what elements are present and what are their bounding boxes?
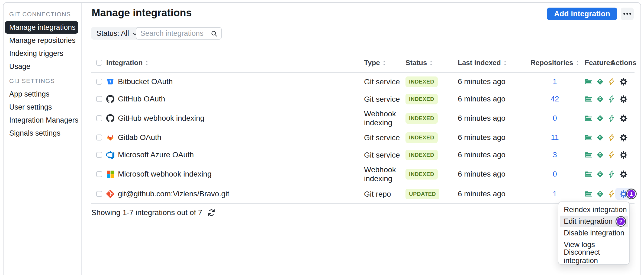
sidebar-item-usage[interactable]: Usage	[5, 60, 78, 73]
header-checkbox[interactable]	[96, 60, 102, 66]
column-header-label: Repositories	[530, 59, 573, 67]
row-actions-button[interactable]: 1	[615, 188, 632, 200]
annotation-badge: 2	[616, 217, 625, 226]
row-checkbox[interactable]	[96, 96, 102, 102]
repos-diamond-icon	[596, 78, 604, 86]
sidebar-item-indexing-triggers[interactable]: Indexing triggers	[5, 47, 78, 60]
column-header-label: Last indexed	[458, 59, 501, 67]
column-header-repositories[interactable]: Repositories	[536, 59, 574, 67]
row-actions-button[interactable]	[615, 149, 632, 161]
menu-item-disconnect-integration[interactable]: Disconnect integration	[560, 251, 628, 262]
row-checkbox[interactable]	[96, 152, 102, 158]
table-row: Gitlab OAuthGit serviceINDEXED6 minutes …	[91, 129, 635, 146]
table-row: git@github.com:Vizlens/Bravo.gitGit repo…	[91, 185, 635, 204]
column-header-actions[interactable]: Actions	[613, 59, 635, 67]
app-frame: GIT CONNECTIONSManage integrationsManage…	[3, 2, 641, 275]
row-actions-button[interactable]	[615, 112, 632, 124]
column-header-status[interactable]: Status	[405, 59, 458, 67]
table-header-row: IntegrationTypeStatusLast indexedReposit…	[91, 53, 635, 73]
column-header-features[interactable]: Features	[574, 59, 613, 67]
row-actions-button[interactable]	[615, 93, 632, 105]
bitbucket-icon	[106, 78, 114, 86]
repositories-link[interactable]: 1	[553, 77, 557, 86]
results-summary: Showing 1-7 integrations out of 7	[91, 208, 202, 217]
repos-diamond-icon	[596, 170, 604, 178]
row-checkbox[interactable]	[96, 135, 102, 140]
folder-icon	[585, 95, 593, 103]
features-cell	[574, 78, 613, 86]
more-actions-button[interactable]	[621, 8, 634, 20]
status-cell: INDEXED	[405, 113, 458, 124]
integration-cell: Bitbucket OAuth	[106, 77, 364, 86]
row-checkbox[interactable]	[96, 171, 102, 177]
status-badge: INDEXED	[405, 76, 438, 87]
actions-cell	[613, 149, 635, 161]
actions-cell	[613, 132, 635, 143]
repositories-link[interactable]: 3	[553, 151, 557, 159]
column-header-label: Status	[405, 59, 427, 67]
column-header-last-indexed[interactable]: Last indexed	[458, 59, 536, 67]
page-title: Manage integrations	[92, 7, 192, 19]
integration-cell: Microsoft webhook indexing	[106, 170, 364, 178]
row-checkbox[interactable]	[96, 115, 102, 121]
sidebar-item-user-settings[interactable]: User settings	[5, 101, 78, 113]
sidebar-item-integration-managers[interactable]: Integration Managers	[5, 114, 78, 126]
column-header-integration[interactable]: Integration	[106, 59, 364, 67]
repositories-link[interactable]: 11	[551, 133, 559, 142]
type-cell: Git service	[364, 95, 405, 104]
row-actions-button[interactable]	[615, 132, 632, 143]
features-cell	[574, 133, 613, 142]
microsoft-icon	[106, 170, 114, 178]
integration-cell: Gitlab OAuth	[106, 133, 364, 142]
status-cell: INDEXED	[405, 132, 458, 143]
last-indexed-cell: 6 minutes ago	[458, 77, 536, 86]
search-input[interactable]	[136, 29, 210, 38]
sort-icon	[429, 60, 433, 66]
menu-item-disable-integration[interactable]: Disable integration	[560, 227, 628, 239]
status-cell: INDEXED	[405, 76, 458, 87]
row-actions-button[interactable]	[615, 168, 632, 180]
type-cell: Webhook indexing	[364, 109, 405, 127]
add-integration-button[interactable]: Add integration	[547, 8, 617, 20]
menu-item-label: View logs	[564, 241, 595, 249]
ellipsis-icon	[623, 13, 631, 15]
sort-icon	[503, 60, 507, 66]
last-indexed-cell: 6 minutes ago	[458, 170, 536, 178]
folder-icon	[585, 190, 593, 198]
last-indexed-cell: 6 minutes ago	[458, 190, 536, 198]
sort-icon	[145, 60, 149, 66]
row-checkbox[interactable]	[96, 191, 102, 197]
menu-item-reindex-integration[interactable]: Reindex integration	[560, 204, 628, 216]
repositories-link[interactable]: 1	[553, 190, 557, 198]
sidebar-item-manage-repositories[interactable]: Manage repositories	[5, 34, 78, 47]
last-indexed-cell: 6 minutes ago	[458, 114, 536, 123]
table-row: GitHub OAuthGit serviceINDEXED6 minutes …	[91, 90, 635, 108]
folder-icon	[585, 151, 593, 159]
folder-icon	[585, 170, 593, 178]
status-filter-dropdown[interactable]: Status: All	[91, 27, 142, 40]
repositories-link[interactable]: 0	[553, 114, 557, 123]
repos-diamond-icon	[596, 190, 604, 198]
status-cell: INDEXED	[405, 94, 458, 104]
sidebar-item-manage-integrations[interactable]: Manage integrations	[5, 21, 78, 34]
table-footer: Showing 1-7 integrations out of 7	[91, 207, 216, 219]
repositories-link[interactable]: 42	[550, 95, 559, 103]
features-cell	[574, 95, 613, 103]
row-actions-button[interactable]	[615, 76, 632, 88]
integration-name: Gitlab OAuth	[118, 133, 161, 142]
refresh-icon[interactable]	[207, 208, 216, 217]
sidebar-item-app-settings[interactable]: App settings	[5, 88, 78, 100]
integration-name: git@github.com:Vizlens/Bravo.git	[118, 190, 229, 198]
status-badge: INDEXED	[405, 94, 438, 104]
column-header-type[interactable]: Type	[364, 59, 405, 67]
integration-cell: Microsoft Azure OAuth	[106, 151, 364, 159]
table-body: Bitbucket OAuthGit serviceINDEXED6 minut…	[91, 73, 635, 204]
column-header-label: Features	[585, 59, 614, 67]
column-header-label: Type	[364, 59, 380, 67]
row-checkbox[interactable]	[96, 79, 102, 85]
folder-icon	[585, 133, 593, 142]
sidebar-item-signals-settings[interactable]: Signals settings	[5, 127, 78, 139]
integrations-table: IntegrationTypeStatusLast indexedReposit…	[91, 53, 635, 204]
menu-item-edit-integration[interactable]: Edit integration2	[560, 216, 628, 227]
repositories-link[interactable]: 0	[553, 170, 557, 178]
